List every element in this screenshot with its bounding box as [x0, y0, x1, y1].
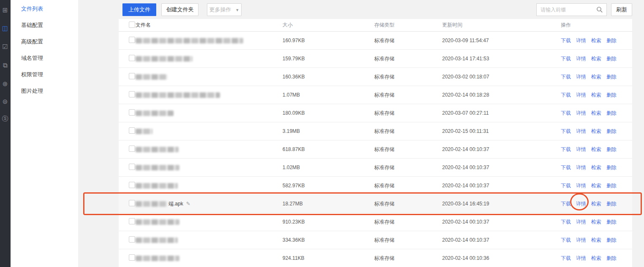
action-details-link[interactable]: 详情 — [576, 219, 586, 225]
action-download-link[interactable]: 下载 — [561, 255, 571, 261]
row-checkbox[interactable] — [129, 146, 135, 152]
action-download-link[interactable]: 下载 — [561, 92, 571, 98]
action-retrieve-link[interactable]: 检索 — [591, 183, 601, 189]
table-body: 160.97KB标准存储2020-03-09 11:54:47下载详情检索删除1… — [119, 32, 632, 267]
action-delete-link[interactable]: 删除 — [606, 146, 617, 152]
action-retrieve-link[interactable]: 检索 — [591, 38, 601, 43]
action-delete-link[interactable]: 删除 — [606, 255, 617, 261]
action-download-link[interactable]: 下载 — [561, 183, 571, 189]
action-details-link[interactable]: 详情 — [576, 92, 586, 98]
refresh-button[interactable]: 刷新 — [611, 3, 632, 16]
action-download-link[interactable]: 下载 — [561, 146, 571, 152]
action-details-link[interactable]: 详情 — [576, 183, 586, 189]
action-download-link[interactable]: 下载 — [561, 201, 571, 207]
global-tools-icon[interactable]: ⊛ — [0, 79, 10, 89]
more-actions-label: 更多操作 — [209, 6, 231, 13]
sidebar-item-1[interactable]: 文件列表 — [11, 1, 78, 16]
action-details-link[interactable]: 详情 — [576, 38, 586, 43]
action-details-link[interactable]: 详情 — [576, 128, 586, 134]
action-download-link[interactable]: 下载 — [561, 110, 571, 116]
row-checkbox[interactable] — [129, 73, 135, 79]
action-download-link[interactable]: 下载 — [561, 38, 571, 43]
task-check-icon[interactable]: ☑ — [0, 42, 10, 51]
row-checkbox[interactable] — [129, 200, 135, 206]
sidebar-item-2[interactable]: 基础配置 — [11, 18, 78, 33]
file-size: 18.27MB — [283, 201, 374, 207]
row-checkbox[interactable] — [129, 91, 135, 97]
action-download-link[interactable]: 下载 — [561, 165, 571, 170]
action-download-link[interactable]: 下载 — [561, 74, 571, 80]
row-checkbox[interactable] — [129, 164, 135, 170]
sidebar-item-3[interactable]: 高级配置 — [11, 34, 78, 49]
update-time: 2020-03-14 17:41:53 — [442, 56, 561, 62]
action-delete-link[interactable]: 删除 — [606, 56, 617, 62]
circle-list-icon[interactable]: ⊜ — [0, 97, 10, 106]
prefix-search-input[interactable] — [537, 4, 591, 16]
main-content: 上传文件 创建文件夹 更多操作▼ 刷新 文件名大小存储类型更新时间操作 160.… — [78, 0, 644, 267]
blurred-filename — [136, 38, 243, 43]
file-size: 582.97KB — [283, 183, 374, 189]
action-retrieve-link[interactable]: 检索 — [591, 237, 601, 243]
file-size: 160.36KB — [283, 74, 374, 80]
action-retrieve-link[interactable]: 检索 — [591, 56, 601, 62]
action-download-link[interactable]: 下载 — [561, 56, 571, 62]
update-time: 2020-02-14 00:10:37 — [442, 183, 561, 189]
row-checkbox[interactable] — [129, 127, 135, 134]
action-delete-link[interactable]: 删除 — [606, 128, 617, 134]
circle-s-icon[interactable]: ⓢ — [0, 114, 10, 123]
action-details-link[interactable]: 详情 — [576, 201, 586, 207]
dashboard-grid-icon[interactable]: ⊞ — [0, 5, 10, 15]
share-nodes-icon[interactable]: ⧉ — [0, 61, 10, 70]
action-retrieve-link[interactable]: 检索 — [591, 201, 601, 207]
action-details-link[interactable]: 详情 — [576, 255, 586, 261]
create-folder-button[interactable]: 创建文件夹 — [161, 3, 198, 16]
action-delete-link[interactable]: 删除 — [606, 74, 617, 80]
action-download-link[interactable]: 下载 — [561, 219, 571, 225]
row-checkbox[interactable] — [129, 182, 135, 188]
edit-filename-icon[interactable]: ✎ — [186, 201, 190, 207]
action-delete-link[interactable]: 删除 — [606, 92, 617, 98]
sidebar-item-6[interactable]: 图片处理 — [11, 84, 78, 99]
row-checkbox[interactable] — [129, 109, 135, 116]
upload-file-button[interactable]: 上传文件 — [122, 3, 156, 16]
storage-bucket-icon[interactable]: ◫ — [0, 24, 10, 33]
file-size: 334.36KB — [283, 237, 374, 243]
action-retrieve-link[interactable]: 检索 — [591, 74, 601, 80]
action-delete-link[interactable]: 删除 — [606, 183, 617, 189]
row-checkbox[interactable] — [129, 236, 135, 243]
action-retrieve-link[interactable]: 检索 — [591, 255, 601, 261]
table-row: 160.97KB标准存储2020-03-09 11:54:47下载详情检索删除 — [119, 32, 632, 50]
action-retrieve-link[interactable]: 检索 — [591, 219, 601, 225]
file-size: 1.02MB — [283, 165, 374, 170]
action-delete-link[interactable]: 删除 — [606, 165, 617, 170]
action-retrieve-link[interactable]: 检索 — [591, 110, 601, 116]
action-delete-link[interactable]: 删除 — [606, 38, 617, 43]
row-checkbox[interactable] — [129, 55, 135, 61]
row-checkbox[interactable] — [129, 254, 135, 261]
action-details-link[interactable]: 详情 — [576, 237, 586, 243]
action-details-link[interactable]: 详情 — [576, 56, 586, 62]
action-details-link[interactable]: 详情 — [576, 165, 586, 170]
action-delete-link[interactable]: 删除 — [606, 110, 617, 116]
action-retrieve-link[interactable]: 检索 — [591, 146, 601, 152]
action-retrieve-link[interactable]: 检索 — [591, 128, 601, 134]
action-download-link[interactable]: 下载 — [561, 237, 571, 243]
action-delete-link[interactable]: 删除 — [606, 219, 617, 225]
action-retrieve-link[interactable]: 检索 — [591, 92, 601, 98]
action-details-link[interactable]: 详情 — [576, 146, 586, 152]
select-all-checkbox[interactable] — [129, 22, 135, 28]
sidebar-item-5[interactable]: 权限管理 — [11, 67, 78, 82]
search-icon[interactable] — [596, 6, 603, 13]
more-actions-dropdown[interactable]: 更多操作▼ — [207, 3, 242, 16]
action-download-link[interactable]: 下载 — [561, 128, 571, 134]
sidebar-item-4[interactable]: 域名管理 — [11, 51, 78, 66]
row-checkbox[interactable] — [129, 37, 135, 43]
action-delete-link[interactable]: 删除 — [606, 237, 617, 243]
action-details-link[interactable]: 详情 — [576, 74, 586, 80]
file-size: 160.97KB — [283, 38, 374, 43]
row-checkbox[interactable] — [129, 218, 135, 224]
action-details-link[interactable]: 详情 — [576, 110, 586, 116]
update-time: 2020-02-14 00:10:37 — [442, 146, 561, 152]
action-retrieve-link[interactable]: 检索 — [591, 165, 601, 170]
action-delete-link[interactable]: 删除 — [606, 201, 617, 207]
